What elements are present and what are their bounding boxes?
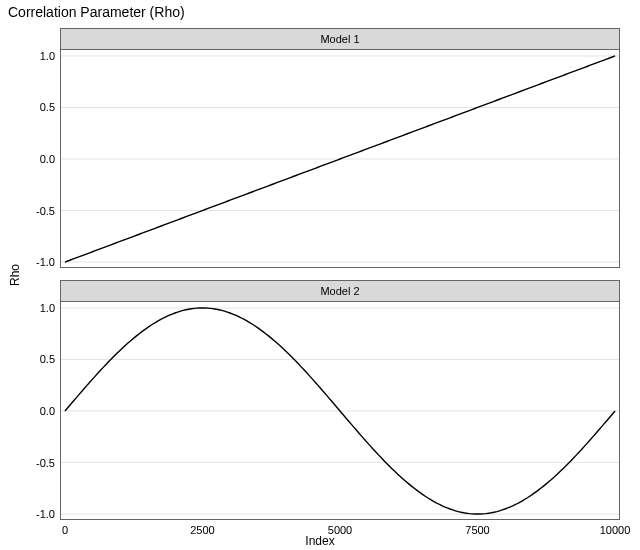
x-tick: 7500 [465,520,489,536]
facet-strip: Model 2 [61,281,619,302]
y-tick: 0.5 [40,353,61,365]
x-axis-label: Index [305,534,334,548]
figure: Correlation Parameter (Rho) Rho Index Mo… [0,0,640,550]
y-tick: 0.0 [40,153,61,165]
y-tick: 1.0 [40,302,61,314]
y-tick: -0.5 [36,457,61,469]
facet-strip: Model 1 [61,29,619,50]
plot-area: -1.0-0.50.00.51.0025005000750010000 [61,302,619,520]
panel-model-2: Model 2 -1.0-0.50.00.51.0025005000750010… [60,280,620,520]
x-tick: 10000 [600,520,631,536]
x-tick: 2500 [190,520,214,536]
y-tick: -1.0 [36,508,61,520]
panel-model-1: Model 1 -1.0-0.50.00.51.0 [60,28,620,268]
x-tick: 0 [62,520,68,536]
page-title: Correlation Parameter (Rho) [8,4,185,20]
y-axis-label: Rho [8,264,22,286]
y-tick: 1.0 [40,50,61,62]
plot-area: -1.0-0.50.00.51.0 [61,50,619,268]
x-tick: 5000 [328,520,352,536]
y-tick: 0.5 [40,101,61,113]
y-tick: 0.0 [40,405,61,417]
y-tick: -0.5 [36,205,61,217]
y-tick: -1.0 [36,256,61,268]
